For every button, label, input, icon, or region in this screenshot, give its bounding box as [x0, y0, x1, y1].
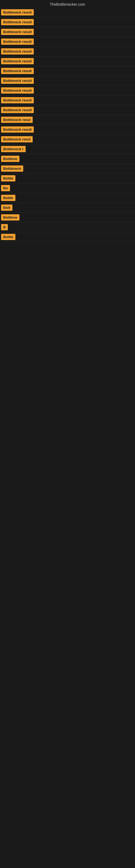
list-item: Bottleneck — [0, 164, 135, 174]
bottleneck-result-badge[interactable]: Bottle — [1, 175, 15, 182]
bottleneck-result-badge[interactable]: Bottleneck result — [1, 29, 34, 35]
bottleneck-result-badge[interactable]: Bottleneck result — [1, 78, 34, 84]
list-item: Bottleneck result — [0, 86, 135, 95]
bottleneck-result-badge[interactable]: Bottleneck r — [1, 146, 26, 152]
list-item: Bottleneck result — [0, 46, 135, 56]
list-item: Bottleneck result — [0, 56, 135, 66]
list-item: Bottlene — [0, 154, 135, 164]
list-item: Bottleneck resul — [0, 115, 135, 125]
list-item: Bott — [0, 203, 135, 213]
bottleneck-result-badge[interactable]: Bottleneck — [1, 165, 23, 172]
bottleneck-result-badge[interactable]: Bo — [1, 185, 10, 191]
bottleneck-result-badge[interactable]: Bottleneck result — [1, 97, 34, 103]
bottleneck-result-badge[interactable]: Bottleneck result — [1, 9, 34, 16]
bottleneck-result-badge[interactable]: Bottlene — [1, 156, 19, 162]
list-item: Bo — [0, 183, 135, 193]
bottleneck-result-badge[interactable]: Bottle — [1, 195, 15, 201]
list-item: Bottleneck resul — [0, 134, 135, 144]
list-item: Bottle — [0, 193, 135, 203]
list-item: B — [0, 222, 135, 232]
bottleneck-result-badge[interactable]: Bottleneck resul — [1, 136, 33, 143]
bottleneck-result-badge[interactable]: Bott — [1, 205, 12, 211]
bottleneck-result-badge[interactable]: Bottleneck result — [1, 19, 34, 25]
bottleneck-result-badge[interactable]: Bottleneck result — [1, 107, 34, 113]
list-item: Bottle — [0, 174, 135, 183]
list-item: Bottleneck result — [0, 105, 135, 115]
bottleneck-result-badge[interactable]: Bottleneck result — [1, 87, 34, 94]
list-item: Bottleneck result — [0, 8, 135, 18]
bottleneck-result-badge[interactable]: Bottleneck result — [1, 68, 34, 74]
list-item: Bottleneck result — [0, 76, 135, 86]
list-item: Bottleneck r — [0, 144, 135, 154]
site-title: TheBottlenecker.com — [0, 0, 135, 8]
bottleneck-result-badge[interactable]: Bottleneck result — [1, 38, 34, 45]
list-item: Bottleneck result — [0, 66, 135, 76]
bottleneck-result-badge[interactable]: Bottle — [1, 234, 15, 240]
list-item: Bottleneck result — [0, 27, 135, 37]
bottleneck-result-badge[interactable]: Bottleneck resul — [1, 117, 33, 123]
bottleneck-result-badge[interactable]: B — [1, 224, 8, 230]
list-item: Bottleneck result — [0, 95, 135, 105]
bottleneck-result-badge[interactable]: Bottlene — [1, 214, 19, 220]
list-item: Bottleneck result — [0, 37, 135, 46]
list-item: Bottleneck result — [0, 125, 135, 134]
bottleneck-result-badge[interactable]: Bottleneck result — [1, 58, 34, 64]
list-item: Bottlene — [0, 213, 135, 222]
bottleneck-result-badge[interactable]: Bottleneck result — [1, 48, 34, 55]
bottleneck-result-badge[interactable]: Bottleneck result — [1, 126, 34, 133]
list-item: Bottleneck result — [0, 18, 135, 27]
list-item: Bottle — [0, 232, 135, 242]
